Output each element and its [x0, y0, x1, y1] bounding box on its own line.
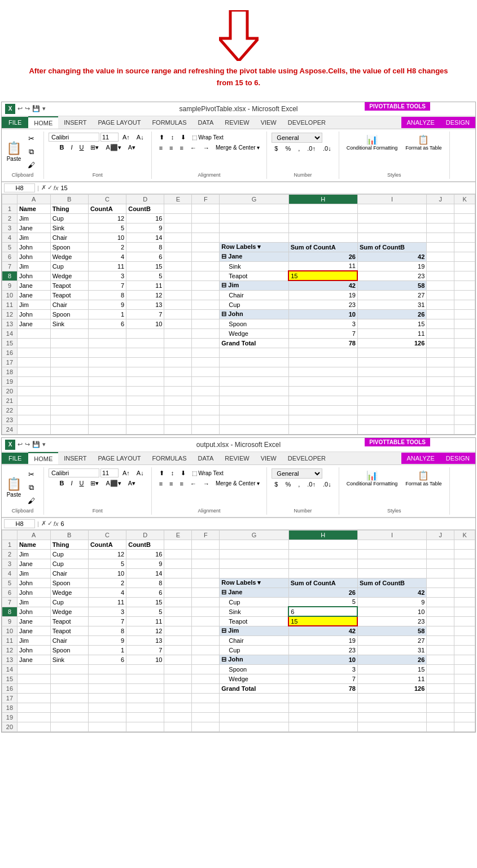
cell-9-B[interactable]: Teapot	[50, 280, 88, 290]
font-size-input-2[interactable]	[100, 468, 119, 477]
cell-12-D[interactable]: 7	[126, 309, 164, 319]
cell-9-C[interactable]: 7	[88, 280, 126, 290]
align-middle-button-2[interactable]: ↕	[168, 468, 177, 477]
func-accept-icon[interactable]: ✓	[47, 184, 52, 191]
underline-button-2[interactable]: U	[77, 479, 87, 488]
paste-button-2[interactable]: 📋 Paste	[6, 477, 21, 498]
cell-15-C[interactable]	[88, 338, 126, 348]
tab-home-2[interactable]: HOME	[28, 452, 58, 464]
cell-8-D[interactable]: 5	[126, 271, 164, 280]
cut-button-2[interactable]: ✂	[23, 468, 39, 480]
dollar-button-1[interactable]: $	[272, 144, 281, 153]
cell-4-C[interactable]: 10	[88, 233, 126, 242]
bold-button-1[interactable]: B	[57, 143, 67, 152]
dec-inc-button-1[interactable]: .0↑	[304, 144, 318, 153]
cell-10-J[interactable]	[427, 290, 454, 300]
cell-15-I[interactable]: 126	[357, 338, 426, 348]
cell-15-A[interactable]	[17, 338, 50, 348]
cell-5-H[interactable]: Sum of CountA	[288, 242, 357, 252]
format-painter-button-1[interactable]: 🖌	[23, 159, 39, 171]
cell-2-I[interactable]	[357, 213, 426, 223]
tab-insert-2[interactable]: INSERT	[58, 453, 92, 464]
cell-9-A[interactable]: Jane	[17, 280, 50, 290]
cell-2-H[interactable]	[288, 213, 357, 223]
tab-review-2[interactable]: REVIEW	[219, 453, 255, 464]
cell-7-F[interactable]	[192, 261, 220, 271]
cell-14-C[interactable]	[88, 328, 126, 338]
comma-button-1[interactable]: ,	[295, 144, 303, 153]
cell-12-I[interactable]: 26	[357, 309, 426, 319]
col-D-1[interactable]: D	[126, 194, 164, 204]
number-format-select-1[interactable]: General	[272, 133, 322, 143]
cell-14-H[interactable]: 7	[288, 328, 357, 338]
cell-8-B[interactable]: Wedge	[50, 271, 88, 280]
tab-file-1[interactable]: FILE	[2, 117, 28, 128]
cell-2-1-C[interactable]: CountA	[88, 540, 126, 549]
cell-3-F[interactable]	[192, 223, 220, 233]
cell-12-H[interactable]: 10	[288, 309, 357, 319]
comma-button-2[interactable]: ,	[295, 480, 303, 489]
cell-7-K[interactable]	[454, 261, 475, 271]
cell-1-H[interactable]	[288, 204, 357, 213]
cell-11-D[interactable]: 13	[126, 300, 164, 309]
cell-12-C[interactable]: 1	[88, 309, 126, 319]
cell-11-B[interactable]: Chair	[50, 300, 88, 309]
conditional-formatting-button-2[interactable]: 📊 Conditional Formatting	[344, 468, 401, 488]
cell-6-K[interactable]	[454, 252, 475, 261]
formula-input-1[interactable]	[60, 185, 473, 191]
cell-12-B[interactable]: Spoon	[50, 309, 88, 319]
cell-4-D[interactable]: 14	[126, 233, 164, 242]
cell-14-A[interactable]	[17, 328, 50, 338]
cell-8-K[interactable]	[454, 271, 475, 280]
cell-7-A[interactable]: Jim	[17, 261, 50, 271]
tab-developer-2[interactable]: DEVELOPER	[282, 453, 331, 464]
align-bottom-button-2[interactable]: ⬇	[178, 468, 189, 478]
font-shrink-button-2[interactable]: A↓	[134, 468, 147, 477]
cell-8-J[interactable]	[427, 271, 454, 280]
italic-button-1[interactable]: I	[68, 143, 75, 152]
cell-1-J[interactable]	[427, 204, 454, 213]
cell-2-8-H-selected[interactable]: 6	[288, 607, 357, 616]
dollar-button-2[interactable]: $	[272, 480, 281, 489]
cell-12-E[interactable]	[164, 309, 192, 319]
cell-1-F[interactable]	[192, 204, 220, 213]
cell-ref-2[interactable]	[4, 519, 35, 528]
cell-8-C[interactable]: 3	[88, 271, 126, 280]
cell-10-G[interactable]: Chair	[220, 290, 288, 300]
indent-inc-button-2[interactable]: →	[200, 479, 212, 488]
redo-icon-2[interactable]: ↪	[25, 441, 30, 448]
merge-center-button-1[interactable]: Merge & Center ▾	[213, 143, 262, 152]
cell-11-E[interactable]	[164, 300, 192, 309]
cell-8-I[interactable]: 23	[357, 271, 426, 280]
cell-7-J[interactable]	[427, 261, 454, 271]
func-check-icon[interactable]: ✗	[41, 184, 46, 191]
italic-button-2[interactable]: I	[68, 479, 75, 488]
cell-15-E[interactable]	[164, 338, 192, 348]
cell-14-F[interactable]	[192, 328, 220, 338]
tab-analyze-2[interactable]: ANALYZE	[401, 453, 440, 464]
font-size-input-1[interactable]	[100, 133, 119, 142]
col-J-2[interactable]: J	[427, 530, 454, 540]
cell-13-J[interactable]	[427, 319, 454, 328]
cell-6-J[interactable]	[427, 252, 454, 261]
font-color-button-1[interactable]: A▾	[125, 143, 138, 152]
formula-input-2[interactable]	[60, 520, 473, 527]
cell-8-F[interactable]	[192, 271, 220, 280]
cell-1-E[interactable]	[164, 204, 192, 213]
cell-2-G[interactable]	[220, 213, 288, 223]
cell-13-K[interactable]	[454, 319, 475, 328]
align-top-button-1[interactable]: ⬆	[156, 133, 167, 142]
font-shrink-button-1[interactable]: A↓	[134, 133, 147, 142]
font-color-button-2[interactable]: A▾	[125, 479, 138, 488]
cell-2-C[interactable]: 12	[88, 213, 126, 223]
cell-3-K[interactable]	[454, 223, 475, 233]
cell-12-G[interactable]: ⊟ John	[220, 309, 288, 319]
cell-14-D[interactable]	[126, 328, 164, 338]
col-E-2[interactable]: E	[164, 530, 192, 540]
cut-button-1[interactable]: ✂	[23, 133, 39, 144]
dec-dec-button-1[interactable]: .0↓	[320, 144, 334, 153]
underline-button-1[interactable]: U	[77, 143, 87, 152]
tab-insert-1[interactable]: INSERT	[58, 117, 92, 128]
cell-9-G[interactable]: ⊟ Jim	[220, 280, 288, 290]
dec-inc-button-2[interactable]: .0↑	[304, 480, 318, 489]
